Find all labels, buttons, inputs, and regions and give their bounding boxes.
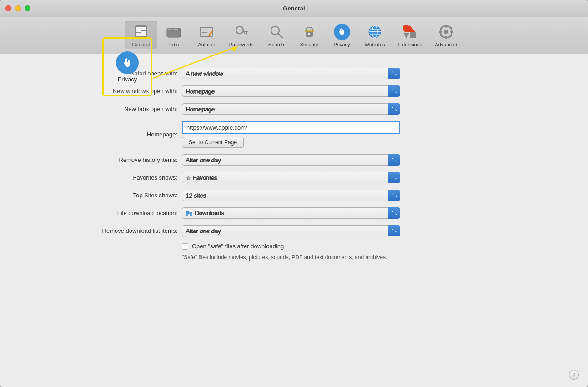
new-tabs-label: New tabs open with: [0, 106, 182, 112]
open-safe-files-checkbox[interactable] [182, 243, 188, 250]
svg-rect-4 [136, 33, 141, 36]
svg-rect-22 [308, 33, 310, 35]
svg-line-0 [153, 46, 237, 78]
file-download-label: File download location: [0, 210, 182, 216]
hand-icon [121, 56, 134, 69]
svg-rect-39 [445, 25, 447, 28]
remove-history-select[interactable]: After one day [182, 154, 400, 166]
tab-websites-label: Websites [365, 42, 385, 47]
autofill-icon [197, 23, 216, 41]
set-current-page-button[interactable]: Set to Current Page [182, 137, 244, 148]
tab-advanced-label: Advanced [435, 42, 457, 47]
svg-rect-8 [167, 28, 172, 31]
traffic-lights [5, 5, 30, 11]
tab-security[interactable]: Security [293, 21, 326, 49]
favorites-shows-row: Favorites shows: ☆ Favorites ☆ Favorites [0, 172, 588, 183]
svg-rect-12 [200, 27, 213, 36]
tab-privacy-label: Privacy [333, 42, 350, 47]
tab-advanced[interactable]: Advanced [428, 21, 463, 49]
homepage-control: Set to Current Page [182, 121, 400, 148]
remove-download-row: Remove download list items: After one da… [0, 225, 588, 236]
toolbar: Privacy General [0, 17, 588, 54]
privacy-icon [333, 23, 351, 41]
title-bar: General [0, 0, 588, 17]
tab-search-label: Search [268, 42, 284, 47]
remove-history-control: After one day After one day [182, 154, 400, 166]
svg-rect-16 [242, 31, 248, 32]
help-note-spacer [0, 253, 182, 261]
favorites-shows-select[interactable]: ☆ Favorites [182, 172, 400, 183]
remove-history-row: Remove history items: After one day Afte… [0, 154, 588, 166]
new-tabs-row: New tabs open with: Homepage Homepage [0, 103, 588, 115]
remove-download-select[interactable]: After one day [182, 225, 400, 236]
homepage-input[interactable] [182, 121, 400, 134]
file-download-row: File download location: Downloads Downlo… [0, 207, 588, 219]
content-area: Safari opens with: A new window A new wi… [0, 54, 588, 387]
help-button[interactable]: ? [569, 370, 579, 380]
passwords-icon [232, 23, 251, 41]
svg-point-15 [236, 26, 243, 34]
svg-rect-17 [246, 32, 247, 35]
tab-search[interactable]: Search [260, 21, 293, 49]
open-safe-files-label: Open "safe" files after downloading [192, 243, 284, 250]
tabs-icon [165, 23, 183, 41]
file-download-control: Downloads Downloads [182, 207, 400, 219]
remove-download-label: Remove download list items: [0, 227, 182, 234]
open-safe-files-content: Open "safe" files after downloading [182, 243, 400, 250]
svg-rect-24 [305, 30, 314, 32]
svg-rect-18 [244, 32, 245, 34]
remove-download-control: After one day After one day [182, 225, 400, 236]
new-windows-label: New windows open with: [0, 88, 182, 95]
safari-opens-row: Safari opens with: A new window A new wi… [0, 68, 588, 79]
favorites-shows-label: Favorites shows: [0, 174, 182, 181]
security-icon [300, 23, 318, 41]
new-tabs-control: Homepage Homepage [182, 103, 400, 115]
open-safe-files-row: Open "safe" files after downloading [0, 243, 588, 250]
svg-rect-3 [136, 27, 141, 32]
svg-rect-35 [410, 32, 416, 38]
maximize-button[interactable] [25, 5, 30, 11]
window-title: General [283, 5, 305, 12]
privacy-overlay-label: Privacy [118, 76, 137, 83]
svg-rect-6 [141, 31, 146, 36]
tab-extensions-label: Extensions [398, 42, 422, 47]
svg-line-20 [278, 34, 282, 38]
open-safe-files-note: "Safe" files include movies, pictures, s… [182, 253, 400, 261]
svg-rect-40 [445, 36, 447, 39]
arrow-annotation [149, 42, 253, 83]
svg-rect-5 [141, 27, 146, 30]
svg-point-38 [444, 30, 448, 34]
extensions-icon [401, 23, 419, 41]
search-icon [267, 23, 286, 41]
new-windows-select[interactable]: Homepage [182, 85, 400, 97]
homepage-label: Homepage: [0, 131, 182, 138]
websites-icon [366, 23, 384, 41]
remove-history-label: Remove history items: [0, 156, 182, 163]
top-sites-label: Top Sites shows: [0, 192, 182, 199]
homepage-row: Homepage: Set to Current Page [0, 121, 588, 148]
window: General Privacy [0, 0, 588, 387]
svg-rect-42 [450, 31, 453, 33]
svg-rect-9 [173, 28, 178, 31]
top-sites-row: Top Sites shows: 12 sites 12 sites [0, 190, 588, 201]
new-windows-control: Homepage Homepage [182, 85, 400, 97]
help-note-row: "Safe" files include movies, pictures, s… [0, 253, 588, 261]
tab-websites[interactable]: Websites [358, 21, 392, 49]
minimize-button[interactable] [15, 5, 21, 11]
svg-marker-36 [403, 33, 409, 39]
tab-privacy[interactable]: Privacy [326, 21, 358, 49]
new-windows-row: New windows open with: Homepage Homepage [0, 85, 588, 97]
file-download-select[interactable]: Downloads [182, 207, 400, 219]
svg-rect-41 [439, 31, 442, 33]
top-sites-control: 12 sites 12 sites [182, 190, 400, 201]
top-sites-select[interactable]: 12 sites [182, 190, 400, 201]
privacy-highlight-box: Privacy [102, 37, 152, 96]
tab-security-label: Security [300, 42, 318, 47]
close-button[interactable] [5, 5, 11, 11]
advanced-icon [437, 23, 455, 41]
favorites-shows-control: ☆ Favorites ☆ Favorites [182, 172, 400, 183]
new-tabs-select[interactable]: Homepage [182, 103, 400, 115]
tab-extensions[interactable]: Extensions [392, 21, 429, 49]
